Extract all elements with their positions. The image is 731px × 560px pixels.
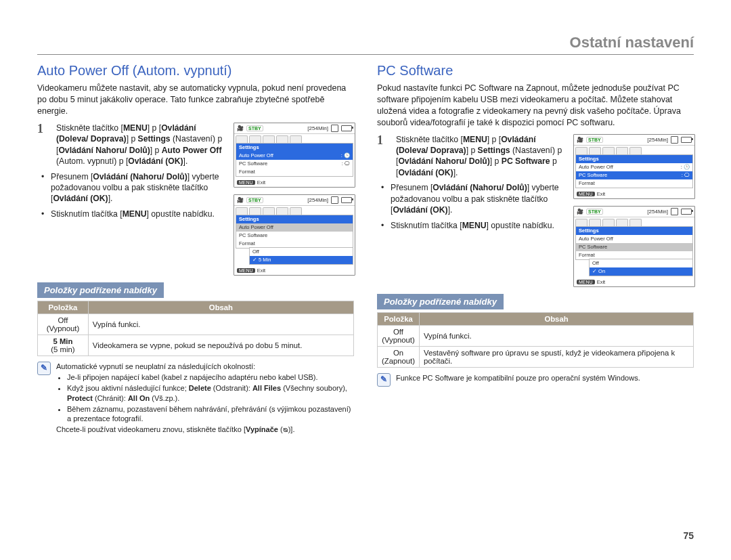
right-screen-1: 🎥 STBY [254Min] Settings Auto Power Off:… — [573, 134, 695, 199]
table-row: Off(Vypnout) — [38, 314, 89, 335]
right-bullet-1: Přesunem [Ovládání (Nahoru/ Dolů)] vyber… — [381, 182, 569, 215]
left-screen-1: 🎥 STBY [254Min] Settings Auto Power Off:… — [234, 123, 355, 188]
left-bullet-2: Stisknutím tlačítka [MENU] opustíte nabí… — [41, 209, 229, 219]
right-subheading: Položky podřízené nabídky — [377, 294, 504, 309]
right-bullet-2: Stisknutím tlačítka [MENU] opustíte nabí… — [381, 220, 569, 231]
left-heading: Auto Power Off (Autom. vypnutí) — [37, 63, 354, 79]
table-row: Off(Vypnout) — [378, 325, 420, 346]
left-options-table: PoložkaObsah Off(Vypnout) Vypíná funkci.… — [37, 301, 354, 356]
step-1-text: Stiskněte tlačítko [MENU] p [Ovládání (D… — [56, 123, 229, 167]
right-column: PC Software Pokud nastavíte funkci PC So… — [377, 63, 694, 435]
info-icon: ✎ — [37, 362, 51, 375]
step-number: 1 — [377, 134, 389, 146]
left-note: Automatické vypnutí se neuplatní za násl… — [56, 362, 354, 435]
step-number: 1 — [37, 123, 49, 135]
table-row: On(Zapnout) — [378, 346, 420, 367]
left-subheading: Položky podřízené nabídky — [37, 282, 164, 298]
right-options-table: PoložkaObsah Off(Vypnout) Vypíná funkci.… — [377, 312, 694, 368]
page-header: Ostatní nastavení — [37, 34, 694, 55]
left-column: Auto Power Off (Autom. vypnutí) Videokam… — [37, 63, 354, 435]
left-bullet-1: Přesunem [Ovládání (Nahoru/ Dolů)] vyber… — [41, 171, 229, 204]
table-row: 5 Min(5 min) — [38, 335, 89, 356]
right-step-1-text: Stiskněte tlačítko [MENU] p [Ovládání (D… — [396, 134, 569, 179]
right-heading: PC Software — [377, 63, 694, 79]
left-screen-2: 🎥 STBY [254Min] Settings Auto Power Off … — [234, 194, 355, 276]
right-screen-2: 🎥 STBY [254Min] Settings Auto Power Off … — [573, 206, 695, 287]
page-number: 75 — [683, 530, 694, 541]
right-note: Funkce PC Software je kompatibilní pouze… — [396, 373, 640, 387]
left-intro: Videokameru můžete nastavit, aby se auto… — [37, 83, 354, 117]
right-intro: Pokud nastavíte funkci PC Software na Za… — [377, 83, 694, 129]
info-icon: ✎ — [377, 373, 391, 387]
